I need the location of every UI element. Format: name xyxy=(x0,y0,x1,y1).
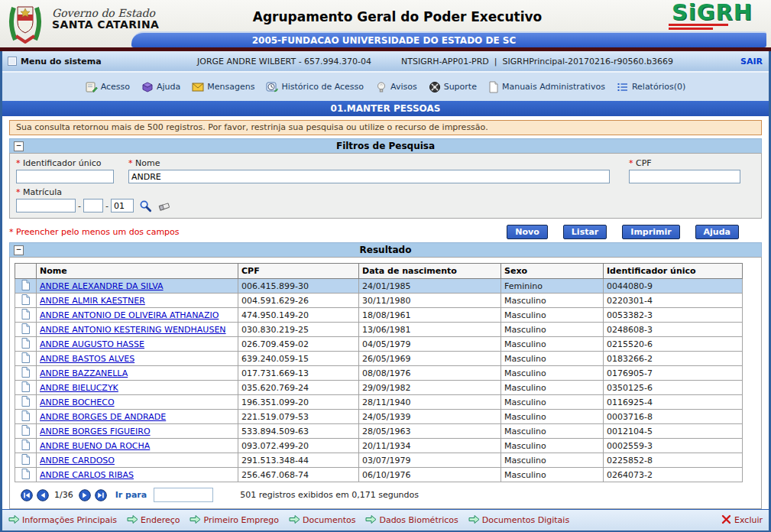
column-header-cpf: CPF xyxy=(238,264,359,279)
person-name-link[interactable]: ANDRE CARLOS RIBAS xyxy=(40,470,134,480)
excluir-button[interactable]: Excluir xyxy=(721,514,763,527)
table-row[interactable]: ANDRE ANTONIO DE OLIVEIRA ATHANAZIO 474.… xyxy=(15,308,743,323)
matricula-input-2[interactable] xyxy=(83,199,103,212)
goto-page-input[interactable] xyxy=(154,488,213,502)
sigrh-logo: SiGRH xyxy=(662,2,762,32)
table-row[interactable]: ANDRE CARLOS RIBAS 256.467.068-74 06/10/… xyxy=(15,468,743,482)
green-arrow-icon xyxy=(365,514,377,527)
person-name-link[interactable]: ANDRE BAZZANELLA xyxy=(40,368,128,378)
footer-link-endereco[interactable]: Endereço xyxy=(127,514,180,527)
record-document-icon[interactable] xyxy=(21,399,30,409)
footer-link-label: Dados Biométricos xyxy=(379,515,458,525)
collapse-results-button[interactable]: − xyxy=(14,245,24,255)
record-document-icon[interactable] xyxy=(21,443,30,453)
cpf-input[interactable] xyxy=(629,170,740,183)
person-name-link[interactable]: ANDRE BASTOS ALVES xyxy=(40,354,134,364)
first-page-button[interactable] xyxy=(21,489,33,501)
toolbar-item-manuais-administrativos[interactable]: Manuais Administrativos xyxy=(488,81,605,93)
previous-page-button[interactable] xyxy=(37,489,49,501)
matricula-separator: - xyxy=(105,201,109,211)
record-document-icon[interactable] xyxy=(21,326,30,336)
cpf-cell: 291.513.348-44 xyxy=(238,453,359,468)
toolbar-label: Acesso xyxy=(101,82,130,92)
matricula-input-1[interactable] xyxy=(16,199,76,212)
matricula-input-3[interactable] xyxy=(111,199,134,212)
person-name-link[interactable]: ANDRE ANTONIO DE OLIVEIRA ATHANAZIO xyxy=(40,310,219,320)
birthdate-cell: 24/05/1939 xyxy=(359,410,501,424)
record-document-icon[interactable] xyxy=(21,428,30,438)
record-document-icon[interactable] xyxy=(21,355,30,365)
collapse-filters-button[interactable]: − xyxy=(14,141,24,151)
menu-expander-icon[interactable] xyxy=(8,57,17,66)
footer-link-dados-biometricos[interactable]: Dados Biométricos xyxy=(365,514,458,527)
results-panel-header: − Resultado xyxy=(9,242,762,257)
record-document-icon[interactable] xyxy=(21,472,30,482)
nome-input[interactable] xyxy=(128,170,610,183)
sex-cell: Masculino xyxy=(501,453,604,468)
toolbar-item-relatorios[interactable]: Relatórios(0) xyxy=(617,81,685,93)
sex-cell: Feminino xyxy=(501,279,604,294)
ajuda-button[interactable]: Ajuda xyxy=(695,225,739,239)
table-row[interactable]: ANDRE BAZZANELLA 017.731.669-13 08/08/19… xyxy=(15,366,743,381)
results-panel-body: Nome CPF Data de nascimento Sexo Identif… xyxy=(9,257,762,509)
person-name-link[interactable]: ANDRE BORGES FIGUEIRO xyxy=(40,427,151,436)
table-row[interactable]: ANDRE BUENO DA ROCHA 093.072.499-20 20/1… xyxy=(15,439,743,453)
toolbar-item-suporte[interactable]: Suporte xyxy=(429,81,477,93)
footer-link-primeiro-emprego[interactable]: Primeiro Emprego xyxy=(190,514,278,527)
record-document-icon[interactable] xyxy=(21,370,30,380)
person-name-link[interactable]: ANDRE BUENO DA ROCHA xyxy=(40,441,150,451)
eraser-icon[interactable] xyxy=(157,200,171,212)
table-row[interactable]: ANDRE BORGES DE ANDRADE 221.519.079-53 2… xyxy=(15,410,743,424)
identifier-cell: 0350125-6 xyxy=(604,381,743,395)
footer-link-documentos-digitais[interactable]: Documentos Digitais xyxy=(468,514,569,527)
identificador-input[interactable] xyxy=(16,170,114,183)
record-document-icon[interactable] xyxy=(21,341,30,351)
menu-label[interactable]: Menu do sistema xyxy=(21,57,102,66)
table-row[interactable]: ANDRE ALEXANDRE DA SILVA 006.415.899-30 … xyxy=(15,279,743,294)
footer-link-informacoes-principais[interactable]: Informações Principais xyxy=(8,514,117,527)
menu-do-sistema[interactable]: Menu do sistema xyxy=(8,57,102,66)
table-row[interactable]: ANDRE BORGES FIGUEIRO 533.894.509-63 28/… xyxy=(15,424,743,439)
person-name-link[interactable]: ANDRE BORGES DE ANDRADE xyxy=(40,412,166,422)
listar-button[interactable]: Listar xyxy=(563,225,607,239)
required-asterisk: * xyxy=(16,158,21,168)
record-document-icon[interactable] xyxy=(21,312,30,322)
toolbar-item-historico-de-acesso[interactable]: Histórico de Acesso xyxy=(266,81,364,93)
app-frame: Menu do sistema JORGE ANDRE WILBERT - 65… xyxy=(0,51,771,532)
person-name-link[interactable]: ANDRE CARDOSO xyxy=(40,456,115,466)
footer-link-documentos[interactable]: Documentos xyxy=(289,514,355,527)
toolbar-item-avisos[interactable]: Avisos xyxy=(375,81,417,93)
identifier-cell: 0053382-3 xyxy=(604,308,743,323)
toolbar-label: Relatórios(0) xyxy=(632,82,685,92)
logout-link[interactable]: SAIR xyxy=(740,57,763,66)
table-row[interactable]: ANDRE ALMIR KAESTNER 004.591.629-26 30/1… xyxy=(15,294,743,308)
table-row[interactable]: ANDRE CARDOSO 291.513.348-44 03/07/1979 … xyxy=(15,453,743,468)
toolbar-item-ajuda[interactable]: Ajuda xyxy=(141,81,180,93)
birthdate-cell: 26/05/1969 xyxy=(359,352,501,366)
table-row[interactable]: ANDRE ANTONIO KESTERING WENDHAUSEN 030.8… xyxy=(15,323,743,337)
table-row[interactable]: ANDRE BOCHECO 196.351.099-20 28/11/1940 … xyxy=(15,395,743,410)
toolbar-label: Suporte xyxy=(444,82,477,92)
record-document-icon[interactable] xyxy=(21,414,30,423)
person-name-link[interactable]: ANDRE AUGUSTO HASSE xyxy=(40,339,144,349)
table-row[interactable]: ANDRE BASTOS ALVES 639.240.059-15 26/05/… xyxy=(15,352,743,366)
search-magnifier-icon[interactable] xyxy=(139,200,152,212)
record-document-icon[interactable] xyxy=(21,283,30,293)
required-asterisk: * xyxy=(128,158,133,168)
record-document-icon[interactable] xyxy=(21,297,30,307)
toolbar-item-acesso[interactable]: Acesso xyxy=(86,81,130,93)
novo-button[interactable]: Novo xyxy=(507,225,548,239)
toolbar-item-mensagens[interactable]: Mensagens xyxy=(192,82,254,92)
next-page-button[interactable] xyxy=(79,489,91,501)
person-name-link[interactable]: ANDRE BIELUCZYK xyxy=(40,383,118,393)
record-document-icon[interactable] xyxy=(21,384,30,394)
person-name-link[interactable]: ANDRE ALMIR KAESTNER xyxy=(40,296,145,306)
table-row[interactable]: ANDRE BIELUCZYK 035.620.769-24 29/09/198… xyxy=(15,381,743,395)
person-name-link[interactable]: ANDRE ALEXANDRE DA SILVA xyxy=(40,281,164,291)
person-name-link[interactable]: ANDRE ANTONIO KESTERING WENDHAUSEN xyxy=(40,325,226,335)
table-row[interactable]: ANDRE AUGUSTO HASSE 026.709.459-02 04/05… xyxy=(15,337,743,352)
person-name-link[interactable]: ANDRE BOCHECO xyxy=(40,397,115,407)
record-document-icon[interactable] xyxy=(21,457,30,467)
last-page-button[interactable] xyxy=(95,489,107,501)
imprimir-button[interactable]: Imprimir xyxy=(622,225,679,239)
